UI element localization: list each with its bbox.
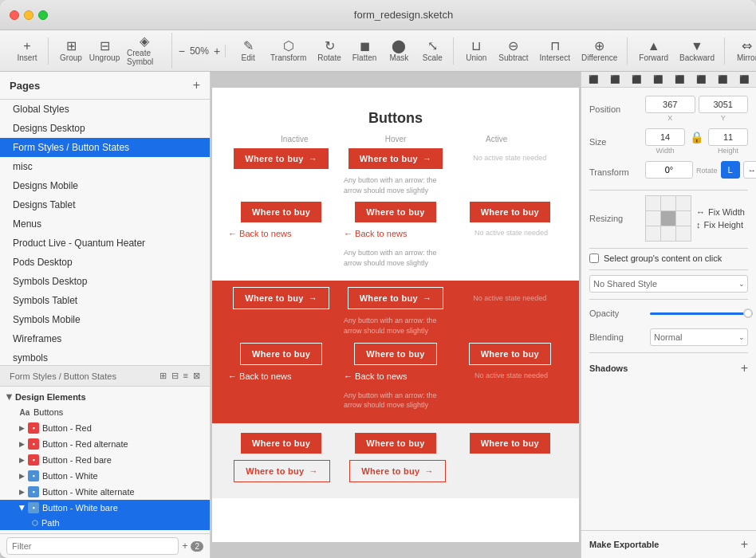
layer-button-white-bare[interactable]: ▶ ▪ Button - White bare — [0, 500, 210, 516]
sidebar-item-form-styles[interactable]: Form Styles / Button States — [0, 138, 210, 157]
subtract-button[interactable]: ⊖ Subtract — [494, 37, 533, 65]
sidebar-item-product-live[interactable]: Product Live - Quantum Heater — [0, 234, 210, 253]
opacity-slider[interactable] — [650, 312, 753, 315]
difference-button[interactable]: ⊕ Difference — [577, 37, 622, 65]
layers-icon-2[interactable]: ⊟ — [171, 371, 179, 381]
zoom-out-icon[interactable]: − — [179, 45, 185, 57]
ungroup-button[interactable]: ⊟ Ungroup — [89, 37, 120, 65]
zoom-in-icon[interactable]: + — [214, 45, 220, 57]
create-symbol-button[interactable]: ◈ Create Symbol — [122, 33, 167, 69]
sidebar-item-pods-desktop[interactable]: Pods Desktop — [0, 253, 210, 272]
align-left-icon[interactable]: ⬛ — [583, 73, 604, 85]
lock-icon[interactable]: 🔒 — [688, 131, 705, 143]
where-to-buy-gray-outline-inactive[interactable]: Where to buy → — [234, 460, 330, 482]
union-button[interactable]: ⊔ Union — [460, 37, 492, 65]
scale-button[interactable]: ⤡ Scale — [416, 37, 448, 65]
sidebar-item-designs-tablet[interactable]: Designs Tablet — [0, 195, 210, 214]
where-to-buy-gray-outline-hover[interactable]: Where to buy → — [349, 460, 446, 482]
flip-v-button[interactable]: ↔ — [743, 161, 756, 179]
where-to-buy-gray-active[interactable]: Where to buy — [470, 433, 550, 454]
flatten-button[interactable]: ◼ Flatten — [348, 37, 382, 65]
back-link-white-btn-hover[interactable]: ← Back to news — [344, 371, 451, 381]
mirror-button[interactable]: ⇔ Mirror — [731, 37, 756, 65]
where-to-buy-hover-1[interactable]: Where to buy → — [348, 148, 443, 169]
edit-button[interactable]: ✎ Edit — [232, 37, 264, 65]
layers-panel: Form Styles / Button States ⊞ ⊟ ≡ ⊠ ▶ De… — [0, 365, 210, 558]
align-bottom-icon[interactable]: ⬛ — [690, 73, 711, 85]
layer-path[interactable]: ⬡ Path — [0, 516, 210, 530]
add-shadow-button[interactable]: + — [741, 361, 748, 375]
white-section: Buttons Inactive Hover Active Where to b… — [212, 88, 579, 281]
resize-cell-center — [661, 211, 675, 226]
x-input[interactable] — [645, 96, 695, 113]
group-content-checkbox[interactable] — [589, 253, 599, 263]
blending-select[interactable]: Normal — [650, 328, 748, 346]
forward-button[interactable]: ▲ Forward — [634, 37, 673, 65]
filter-input[interactable] — [6, 537, 179, 555]
sidebar-item-misc[interactable]: misc — [0, 157, 210, 176]
layers-icon-3[interactable]: ≡ — [183, 371, 188, 381]
sidebar-item-symbols-mobile[interactable]: Symbols Mobile — [0, 310, 210, 329]
add-export-button[interactable]: + — [741, 537, 748, 552]
where-to-buy-gray-inactive[interactable]: Where to buy — [241, 433, 321, 454]
add-page-button[interactable]: + — [193, 78, 200, 92]
height-input[interactable] — [708, 128, 748, 146]
align-right-icon[interactable]: ⬛ — [626, 73, 648, 85]
where-to-buy-outline-active-2[interactable]: Where to buy — [469, 343, 551, 365]
align-top-icon[interactable]: ⬛ — [648, 73, 669, 85]
layer-button-red[interactable]: ▶ ▪ Button - Red — [0, 420, 210, 436]
transform-button[interactable]: ⬡ Transform — [266, 37, 311, 65]
sidebar-item-symbols-desktop[interactable]: Symbols Desktop — [0, 272, 210, 291]
where-to-buy-outline-inactive-2[interactable]: Where to buy — [240, 343, 322, 365]
no-active-note-3: No active state needed — [457, 294, 563, 304]
shared-style-select[interactable]: No Shared Style — [589, 275, 748, 293]
where-to-buy-active-2[interactable]: Where to buy — [470, 202, 550, 222]
align-middle-icon[interactable]: ⬛ — [669, 73, 691, 85]
close-button[interactable] — [10, 10, 19, 20]
where-to-buy-outline-hover[interactable]: Where to buy → — [348, 287, 444, 309]
backward-button[interactable]: ▼ Backward — [675, 37, 719, 65]
sidebar-item-symbols-lower[interactable]: symbols — [0, 348, 210, 365]
group-button[interactable]: ⊞ Group — [55, 37, 87, 65]
layer-button-white-alt[interactable]: ▶ ▪ Button - White alternate — [0, 484, 210, 500]
resizing-grid[interactable] — [645, 195, 691, 242]
back-link-white-inactive: ← Back to news — [228, 371, 336, 381]
where-to-buy-gray-hover[interactable]: Where to buy — [355, 433, 435, 454]
design-elements-header[interactable]: ▶ Design Elements — [0, 390, 210, 404]
where-to-buy-outline-hover-2[interactable]: Where to buy — [354, 343, 436, 365]
sidebar-item-designs-mobile[interactable]: Designs Mobile — [0, 176, 210, 195]
back-link-btn-hover[interactable]: ← Back to news — [344, 229, 451, 238]
rotate-input[interactable] — [645, 161, 693, 179]
width-input[interactable] — [645, 128, 685, 146]
layers-icon-4[interactable]: ⊠ — [193, 371, 200, 381]
where-to-buy-inactive-1[interactable]: Where to buy → — [234, 148, 329, 169]
distribute-v-icon[interactable]: ⬛ — [733, 73, 754, 85]
where-to-buy-inactive-2[interactable]: Where to buy — [241, 202, 321, 222]
mask-button[interactable]: ⬤ Mask — [383, 37, 415, 65]
insert-button[interactable]: + Insert — [11, 37, 43, 65]
maximize-button[interactable] — [38, 10, 48, 20]
sidebar-item-wireframes[interactable]: Wireframes — [0, 329, 210, 348]
add-layer-icon[interactable]: + — [182, 540, 187, 552]
sidebar-item-menus[interactable]: Menus — [0, 214, 210, 234]
layer-buttons[interactable]: Aa Buttons — [0, 404, 210, 420]
flip-h-button[interactable]: L — [721, 161, 740, 179]
where-to-buy-hover-2[interactable]: Where to buy — [355, 202, 435, 222]
layer-button-white[interactable]: ▶ ▪ Button - White — [0, 468, 210, 484]
canvas-area[interactable]: Buttons Inactive Hover Active Where to b… — [211, 72, 581, 558]
back-link-btn-inactive[interactable]: ← Back to news — [228, 229, 336, 238]
y-input[interactable] — [699, 96, 749, 113]
minimize-button[interactable] — [24, 10, 33, 20]
rotate-button[interactable]: ↻ Rotate — [313, 37, 345, 65]
distribute-h-icon[interactable]: ⬛ — [711, 73, 733, 85]
back-link-white-btn-inactive[interactable]: ← Back to news — [228, 371, 336, 381]
layer-button-red-alt[interactable]: ▶ ▪ Button - Red alternate — [0, 436, 210, 452]
sidebar-item-designs-desktop[interactable]: Designs Desktop — [0, 119, 210, 138]
intersect-button[interactable]: ⊓ Intersect — [535, 37, 575, 65]
layers-view-icon[interactable]: ⊞ — [159, 371, 167, 381]
align-center-icon[interactable]: ⬛ — [604, 73, 626, 85]
where-to-buy-outline-inactive[interactable]: Where to buy → — [233, 287, 329, 309]
layer-button-red-bare[interactable]: ▶ ▪ Button - Red bare — [0, 452, 210, 468]
sidebar-item-global-styles[interactable]: Global Styles — [0, 100, 210, 119]
sidebar-item-symbols-tablet[interactable]: Symbols Tablet — [0, 291, 210, 310]
